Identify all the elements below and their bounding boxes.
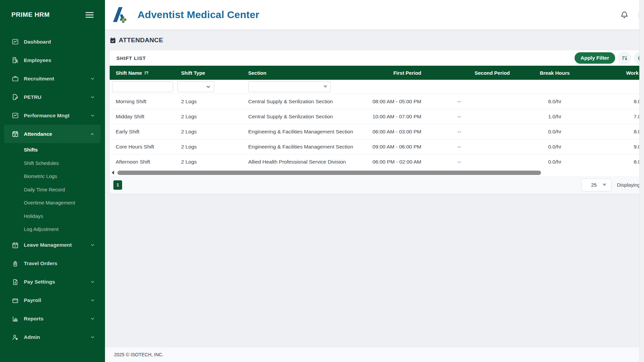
sidebar-item-label: Leave Management — [24, 242, 72, 248]
app-title: Adventist Medical Center — [138, 9, 259, 20]
chevron-up-icon — [90, 132, 95, 136]
sort-amount-button[interactable] — [618, 51, 631, 65]
column-header-second-period[interactable]: Second Period — [427, 66, 513, 80]
table-row[interactable]: Afternoon Shift 2 Logs Allied Health Pro… — [110, 154, 644, 169]
submenu-item-daily-time-record[interactable]: Daily Time Record — [0, 183, 105, 196]
sidebar-item-label: Performance Mngt — [24, 113, 69, 119]
horizontal-scrollbar-thumb[interactable] — [117, 171, 541, 175]
chart-line-icon — [11, 38, 19, 46]
shift-list-panel: SHIFT LIST Apply Filter x Shift Name Shi… — [110, 50, 644, 194]
sidebar-item-label: Travel Orders — [24, 260, 57, 266]
sidebar-item-label: Reports — [24, 316, 44, 322]
shift-name-filter-input[interactable] — [112, 81, 173, 92]
chevron-down-icon — [90, 113, 95, 118]
receipt-dollar-icon: $ — [11, 278, 19, 286]
sort-amount-down-icon — [622, 55, 628, 61]
submenu-item-holidays[interactable]: Holidays — [0, 209, 105, 223]
notifications-bell-icon[interactable] — [620, 10, 629, 19]
table-header-row: Shift Name Shift Type Section First Peri… — [110, 66, 644, 80]
page-content: ATTENDANCE + Add Shift SHIFT LIST Apply … — [105, 29, 644, 347]
sidebar-item-recruitment[interactable]: Recruitment — [0, 69, 105, 88]
sidebar-item-performance-mngt[interactable]: Performance Mngt — [0, 106, 105, 125]
main-area: Adventist Medical Center Super ATTENDANC… — [105, 0, 644, 362]
sidebar: PRIME HRM Dashboard Employees Recruitmen… — [0, 0, 105, 362]
submenu-item-biometric-logs[interactable]: Biometric Logs — [0, 170, 105, 183]
chart-line-icon — [11, 112, 19, 119]
sidebar-item-payroll[interactable]: Payroll — [0, 291, 105, 310]
caret-down-icon — [323, 85, 327, 88]
column-header-section[interactable]: Section — [242, 66, 363, 80]
column-header-shift-name[interactable]: Shift Name — [110, 66, 175, 80]
pagination-bar: 1 25 Displaying 1 - 5 of 5 records — [110, 176, 644, 194]
sidebar-item-label: Employees — [24, 57, 51, 63]
copyright-text: 2025 © ISOTECH, INC. — [114, 352, 163, 357]
suitcase-icon — [11, 260, 19, 267]
panel-title: SHIFT LIST — [116, 55, 146, 61]
column-header-first-period[interactable]: First Period — [363, 66, 427, 80]
chevron-down-icon — [206, 84, 211, 89]
sidebar-item-admin[interactable]: Admin — [0, 328, 105, 347]
sidebar-nav: Dashboard Employees Recruitment PETRU Pe… — [0, 29, 105, 347]
table-row[interactable]: Midday Shift 2 Logs Central Supply & Ser… — [110, 109, 644, 124]
sidebar-item-pay-settings[interactable]: $ Pay Settings — [0, 273, 105, 291]
table-row[interactable]: Core Hours Shift 2 Logs Engineering & Fa… — [110, 139, 644, 154]
column-header-break-hours[interactable]: Break Hours — [513, 66, 594, 80]
horizontal-scrollbar — [110, 169, 644, 176]
shift-type-filter-select[interactable] — [177, 81, 214, 92]
wallet-icon — [11, 297, 19, 304]
sidebar-item-petru[interactable]: PETRU — [0, 88, 105, 106]
chevron-down-icon — [90, 298, 95, 303]
briefcase-icon — [11, 75, 19, 82]
building-user-icon — [11, 57, 19, 64]
horizontal-scrollbar-track[interactable] — [115, 171, 644, 175]
per-page-select[interactable]: 25 — [581, 179, 611, 191]
submenu-item-log-adjustment[interactable]: Log Adjustment — [0, 223, 105, 236]
submenu-item-shift-schedules[interactable]: Shift Schedules — [0, 157, 105, 170]
page-head: ATTENDANCE + Add Shift — [110, 34, 644, 47]
filter-row — [110, 80, 644, 94]
user-shield-icon — [11, 334, 19, 341]
calendar-check-icon — [110, 37, 116, 44]
brand-title: PRIME HRM — [11, 11, 50, 18]
sidebar-item-reports[interactable]: Reports — [0, 310, 105, 328]
submenu-item-overtime-management[interactable]: Overtime Management — [0, 196, 105, 209]
calendar-check-icon — [11, 130, 19, 138]
sidebar-item-attendance[interactable]: Attendance — [4, 125, 101, 143]
chevron-down-icon — [90, 316, 95, 321]
hamburger-menu-icon[interactable] — [86, 12, 94, 18]
table-row[interactable]: Early Shift 2 Logs Engineering & Facilit… — [110, 124, 644, 139]
svg-text:$: $ — [14, 281, 16, 284]
hospital-logo-icon — [111, 5, 129, 24]
panel-header: SHIFT LIST Apply Filter x — [110, 50, 644, 66]
sidebar-item-label: Payroll — [24, 297, 41, 303]
sidebar-header: PRIME HRM — [0, 0, 105, 29]
column-header-work-hours[interactable]: Work Hours — [594, 66, 644, 80]
sort-amount-up-icon — [144, 71, 149, 75]
sidebar-item-label: Recruitment — [24, 76, 54, 82]
apply-filter-button[interactable]: Apply Filter — [575, 52, 615, 64]
chevron-down-icon — [90, 95, 95, 100]
submenu-item-shifts[interactable]: Shifts — [0, 143, 105, 157]
column-header-shift-type[interactable]: Shift Type — [175, 66, 242, 80]
table-row[interactable]: Morning Shift 2 Logs Central Supply & Se… — [110, 94, 644, 109]
page-1-button[interactable]: 1 — [113, 180, 122, 190]
sidebar-item-employees[interactable]: Employees — [0, 51, 105, 69]
sidebar-item-leave-management[interactable]: Leave Management — [0, 236, 105, 254]
vertical-scrollbar[interactable] — [639, 0, 644, 362]
chevron-down-icon — [90, 76, 95, 81]
section-filter-select[interactable] — [248, 81, 331, 92]
page-title: ATTENDANCE — [119, 37, 163, 44]
sidebar-item-label: Admin — [24, 334, 40, 340]
attendance-submenu: Shifts Shift Schedules Biometric Logs Da… — [0, 143, 105, 236]
caret-down-icon — [602, 184, 606, 186]
sidebar-item-label: Attendance — [24, 131, 52, 137]
panel-toolbar: Apply Filter x — [575, 51, 644, 65]
bar-chart-icon — [11, 315, 19, 322]
scroll-left-arrow-icon[interactable] — [112, 171, 114, 175]
sidebar-item-travel-orders[interactable]: Travel Orders — [0, 254, 105, 273]
file-pen-icon — [11, 94, 19, 101]
chevron-down-icon — [90, 280, 95, 284]
sidebar-item-label: Pay Settings — [24, 279, 55, 285]
page-footer: 2025 © ISOTECH, INC. — [105, 347, 644, 362]
sidebar-item-dashboard[interactable]: Dashboard — [0, 33, 105, 51]
